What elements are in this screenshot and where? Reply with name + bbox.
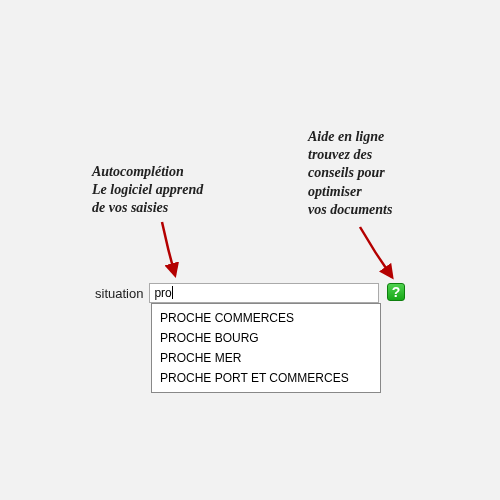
help-annotation: Aide en ligne trouvez des conseils pour …	[308, 128, 392, 219]
autocomplete-option[interactable]: PROCHE COMMERCES	[152, 308, 380, 328]
arrow-to-help	[350, 225, 410, 285]
situation-label: situation	[95, 286, 143, 301]
autocomplete-option[interactable]: PROCHE PORT ET COMMERCES	[152, 368, 380, 388]
autocomplete-dropdown: PROCHE COMMERCES PROCHE BOURG PROCHE MER…	[151, 303, 381, 393]
help-button[interactable]: ?	[387, 283, 405, 301]
autocomplete-option[interactable]: PROCHE MER	[152, 348, 380, 368]
situation-input-wrap: pro	[149, 283, 379, 303]
autocomplete-annotation: Autocomplétion Le logiciel apprend de vo…	[92, 163, 203, 218]
autocomplete-option[interactable]: PROCHE BOURG	[152, 328, 380, 348]
situation-input[interactable]	[149, 283, 379, 303]
situation-field-row: situation pro	[95, 283, 379, 303]
arrow-to-input	[150, 220, 190, 282]
